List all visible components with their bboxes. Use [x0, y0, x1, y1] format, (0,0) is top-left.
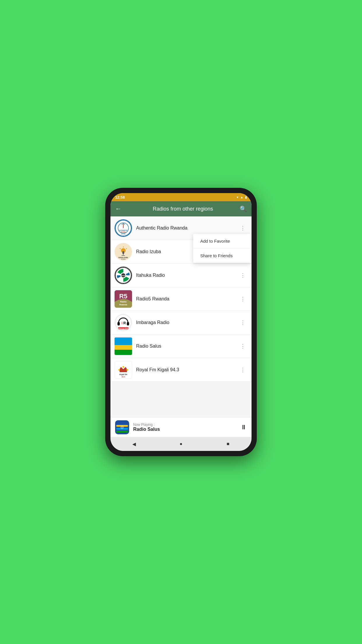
now-playing-label: Now Playing :	[133, 423, 240, 427]
svg-point-40	[126, 369, 128, 371]
radio-name: Imbaraga Radio	[136, 320, 238, 325]
svg-text:R5: R5	[119, 293, 127, 300]
list-item[interactable]: RADIO Itahuka Radio ⋮	[110, 264, 252, 287]
app-bar: ← Radios from other regions 🔍	[110, 201, 252, 216]
svg-text:RADIO: RADIO	[121, 275, 126, 276]
list-item[interactable]: i R Imbaraga Radio Imbaraga Radio ⋮	[110, 311, 252, 335]
nav-home-button[interactable]: ●	[175, 438, 187, 450]
svg-rect-34	[115, 337, 132, 345]
radio-logo-izuba: RADIO IZUBA 100 MHz	[115, 243, 132, 260]
list-item[interactable]: R5 Radio Rwanda Radio5 Rwanda ⋮	[110, 287, 252, 311]
more-options-button[interactable]: ⋮	[238, 271, 247, 280]
svg-text:Rwanda: Rwanda	[120, 304, 127, 306]
list-item[interactable]: royal fm 94.3 Royal Fm Kigali 94.3 ⋮	[110, 358, 252, 382]
radio-logo-salus	[115, 337, 132, 355]
svg-text:i: i	[122, 321, 122, 325]
radio-name: Itahuka Radio	[136, 273, 238, 278]
svg-text:R: R	[123, 321, 126, 325]
more-options-button[interactable]: ⋮	[238, 342, 247, 351]
svg-text:22.1 FM: 22.1 FM	[121, 233, 126, 235]
svg-point-39	[122, 366, 124, 368]
battery-icon: ▮	[245, 195, 247, 199]
radio-logo-itahuka: RADIO	[115, 267, 132, 284]
page-title: Radios from other regions	[126, 206, 240, 212]
status-bar: 12:58 ▾ ▲ ▮	[110, 193, 252, 201]
now-playing-bar: Now Playing : Radio Salus ⏸	[110, 417, 252, 437]
svg-text:RADIO: RADIO	[121, 231, 126, 233]
pause-button[interactable]: ⏸	[240, 424, 247, 431]
nav-bar: ◀ ● ■	[110, 437, 252, 451]
phone-screen: 12:58 ▾ ▲ ▮ ← Radios from other regions …	[110, 193, 252, 451]
svg-rect-35	[115, 345, 132, 350]
share-to-friends-button[interactable]: Share to Friends	[193, 249, 252, 263]
list-item[interactable]: AUTHENTIC RADIO 22.1 FM Authentic Radio …	[110, 216, 252, 240]
nav-back-button[interactable]: ◀	[128, 438, 140, 450]
more-options-button[interactable]: ⋮	[238, 223, 247, 233]
svg-text:94.3: 94.3	[122, 376, 125, 378]
now-playing-logo	[115, 420, 129, 434]
svg-rect-28	[117, 322, 120, 326]
radio-name: Authentic Radio Rwanda	[136, 225, 238, 231]
radio-list: AUTHENTIC RADIO 22.1 FM Authentic Radio …	[110, 216, 252, 417]
radio-logo-authentic: AUTHENTIC RADIO 22.1 FM	[115, 219, 132, 237]
svg-text:Imbaraga Radio: Imbaraga Radio	[118, 328, 129, 329]
svg-rect-46	[116, 431, 128, 433]
radio-name: Radio Salus	[136, 344, 238, 349]
nav-recent-button[interactable]: ■	[222, 438, 234, 450]
phone-frame: 12:58 ▾ ▲ ▮ ← Radios from other regions …	[105, 188, 257, 456]
search-button[interactable]: 🔍	[240, 205, 247, 212]
radio-logo-imbaraga: i R Imbaraga Radio	[115, 314, 132, 331]
svg-point-47	[120, 426, 124, 429]
svg-rect-13	[122, 251, 124, 254]
wifi-icon: ▾	[237, 195, 238, 199]
svg-text:royal fm: royal fm	[119, 373, 127, 376]
signal-icon: ▲	[240, 195, 243, 199]
now-playing-title: Radio Salus	[133, 427, 240, 432]
radio-logo-royal: royal fm 94.3	[115, 361, 132, 379]
now-playing-info: Now Playing : Radio Salus	[133, 423, 240, 432]
svg-point-38	[118, 369, 120, 371]
list-item[interactable]: Radio Salus ⋮	[110, 335, 252, 358]
back-button[interactable]: ←	[115, 205, 122, 213]
svg-rect-36	[115, 350, 132, 355]
context-menu: Add to Favorite Share to Friends	[193, 234, 252, 263]
status-time: 12:58	[115, 195, 125, 200]
status-icons: ▾ ▲ ▮	[237, 195, 247, 199]
radio-name: Radio5 Rwanda	[136, 296, 238, 302]
radio-name: Royal Fm Kigali 94.3	[136, 367, 238, 372]
more-options-button[interactable]: ⋮	[238, 318, 247, 327]
radio-logo-radio5: R5 Radio Rwanda	[115, 290, 132, 308]
more-options-button[interactable]: ⋮	[238, 365, 247, 374]
add-to-favorite-button[interactable]: Add to Favorite	[193, 234, 252, 249]
more-options-button[interactable]: ⋮	[238, 294, 247, 304]
svg-rect-29	[127, 322, 129, 326]
svg-text:Radio: Radio	[120, 300, 126, 303]
svg-text:100 MHz: 100 MHz	[121, 258, 126, 260]
